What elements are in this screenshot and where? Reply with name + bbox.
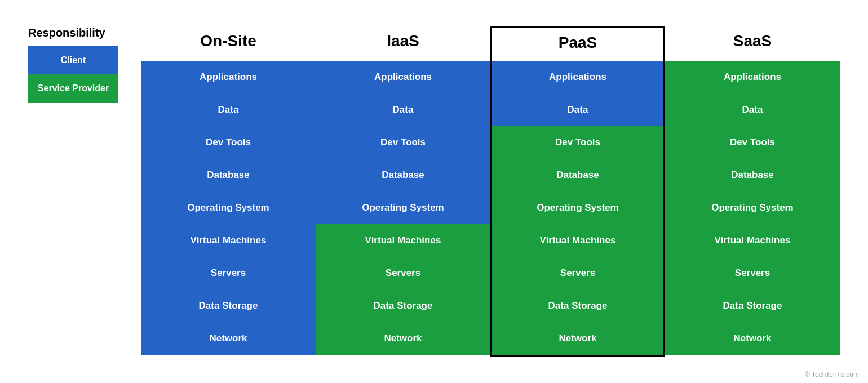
main-container: Responsibility Client Service Provider O… bbox=[11, 15, 857, 368]
cell-paas-5: Virtual Machines bbox=[492, 224, 663, 257]
cell-onsite-6: Servers bbox=[141, 257, 316, 290]
cell-iaas-2: Dev Tools bbox=[316, 126, 490, 159]
cell-paas-8: Network bbox=[492, 322, 663, 355]
cell-iaas-6: Servers bbox=[316, 257, 490, 290]
cell-saas-4: Operating System bbox=[665, 192, 840, 224]
cell-saas-8: Network bbox=[665, 322, 840, 355]
legend: Responsibility Client Service Provider bbox=[28, 26, 124, 103]
cell-onsite-5: Virtual Machines bbox=[141, 224, 316, 257]
cell-iaas-1: Data bbox=[316, 93, 490, 126]
cell-paas-7: Data Storage bbox=[492, 290, 663, 322]
cell-onsite-3: Database bbox=[141, 159, 316, 192]
cell-saas-2: Dev Tools bbox=[665, 126, 840, 159]
cell-saas-6: Servers bbox=[665, 257, 840, 290]
cell-iaas-0: Applications bbox=[316, 61, 490, 93]
header-saas: SaaS bbox=[665, 26, 840, 61]
cell-paas-1: Data bbox=[492, 93, 663, 126]
legend-provider: Service Provider bbox=[28, 74, 118, 103]
cell-iaas-5: Virtual Machines bbox=[316, 224, 490, 257]
columns-row: ApplicationsDataDev ToolsDatabaseOperati… bbox=[141, 61, 840, 357]
cell-paas-2: Dev Tools bbox=[492, 126, 663, 159]
cell-iaas-8: Network bbox=[316, 322, 490, 355]
cell-saas-7: Data Storage bbox=[665, 290, 840, 322]
col-saas: ApplicationsDataDev ToolsDatabaseOperati… bbox=[665, 61, 840, 357]
headers-row: On-SiteIaaSPaaSSaaS bbox=[141, 26, 840, 61]
cell-onsite-8: Network bbox=[141, 322, 316, 355]
cell-paas-6: Servers bbox=[492, 257, 663, 290]
cell-saas-0: Applications bbox=[665, 61, 840, 93]
cell-onsite-2: Dev Tools bbox=[141, 126, 316, 159]
cell-iaas-3: Database bbox=[316, 159, 490, 192]
header-iaas: IaaS bbox=[316, 26, 490, 61]
cell-onsite-0: Applications bbox=[141, 61, 316, 93]
cell-onsite-7: Data Storage bbox=[141, 290, 316, 322]
cell-paas-0: Applications bbox=[492, 61, 663, 93]
col-iaas: ApplicationsDataDev ToolsDatabaseOperati… bbox=[316, 61, 490, 357]
cell-saas-1: Data bbox=[665, 93, 840, 126]
col-onsite: ApplicationsDataDev ToolsDatabaseOperati… bbox=[141, 61, 316, 357]
cell-iaas-4: Operating System bbox=[316, 192, 490, 224]
cell-onsite-4: Operating System bbox=[141, 192, 316, 224]
legend-client: Client bbox=[28, 46, 118, 74]
cell-paas-4: Operating System bbox=[492, 192, 663, 224]
cell-saas-5: Virtual Machines bbox=[665, 224, 840, 257]
col-paas: ApplicationsDataDev ToolsDatabaseOperati… bbox=[490, 61, 665, 357]
cell-onsite-1: Data bbox=[141, 93, 316, 126]
cell-iaas-7: Data Storage bbox=[316, 290, 490, 322]
cell-saas-3: Database bbox=[665, 159, 840, 192]
legend-title: Responsibility bbox=[28, 26, 124, 39]
header-onsite: On-Site bbox=[141, 26, 316, 61]
chart-area: On-SiteIaaSPaaSSaaS ApplicationsDataDev … bbox=[141, 26, 840, 357]
header-paas: PaaS bbox=[490, 26, 665, 61]
cell-paas-3: Database bbox=[492, 159, 663, 192]
footer-credit: © TechTerms.com bbox=[805, 371, 859, 378]
